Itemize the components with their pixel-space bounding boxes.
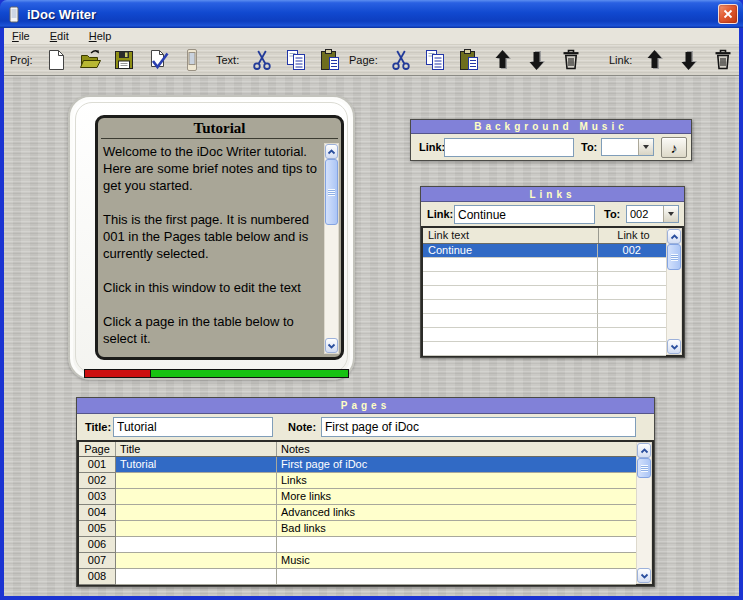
menu-file[interactable]: File — [12, 30, 30, 42]
links-scrollbar[interactable] — [666, 228, 682, 355]
link-to-value: 002 — [627, 206, 663, 222]
toolbar-group-project: Proj: — [10, 45, 205, 75]
cut-page-icon[interactable] — [388, 47, 414, 73]
menu-edit[interactable]: Edit — [50, 30, 69, 42]
scroll-up-button[interactable] — [637, 443, 651, 458]
page-note-label: Note: — [288, 421, 316, 433]
table-row[interactable]: 008 — [79, 569, 636, 585]
table-row[interactable]: 004 Advanced links — [79, 505, 636, 521]
page-title-input[interactable] — [113, 417, 273, 437]
music-link-label: Link: — [419, 141, 445, 153]
copy-text-icon[interactable] — [283, 47, 309, 73]
open-project-icon[interactable] — [77, 47, 103, 73]
move-page-down-icon[interactable] — [524, 47, 550, 73]
page-note-input[interactable] — [321, 417, 636, 437]
link-text-input[interactable] — [454, 205, 595, 224]
page-title-cell: Tutorial — [116, 457, 277, 473]
table-row[interactable] — [423, 272, 666, 286]
move-link-up-icon[interactable] — [642, 47, 668, 73]
close-button[interactable] — [718, 4, 738, 24]
pages-header: Pages — [77, 398, 654, 414]
table-row[interactable] — [423, 286, 666, 300]
table-row[interactable]: 005 Bad links — [79, 521, 636, 537]
table-row[interactable]: 006 — [79, 537, 636, 553]
move-page-up-icon[interactable] — [490, 47, 516, 73]
pages-table-header: Page Title Notes — [79, 442, 652, 457]
music-note-icon: ♪ — [671, 140, 678, 156]
menu-help[interactable]: Help — [89, 30, 112, 42]
table-row[interactable] — [423, 328, 666, 342]
link-to-dropdown[interactable]: 002 — [626, 205, 679, 223]
text-group-label: Text: — [216, 54, 239, 66]
page-number-cell: 008 — [79, 569, 116, 585]
scrollbar-thumb[interactable] — [325, 159, 338, 225]
scroll-down-button[interactable] — [325, 338, 338, 353]
new-document-icon[interactable] — [43, 47, 69, 73]
music-to-value — [602, 139, 638, 155]
paste-text-icon[interactable] — [317, 47, 343, 73]
page-number-cell: 004 — [79, 505, 116, 521]
thumb-ridges — [328, 189, 335, 196]
page-title-cell — [116, 569, 277, 585]
links-panel: Links Link: To: 002 Link text Link to Co… — [420, 186, 685, 358]
link-to-label: To: — [604, 208, 620, 220]
music-link-input[interactable] — [444, 138, 574, 157]
cut-text-icon[interactable] — [249, 47, 275, 73]
pages-scrollbar[interactable] — [636, 442, 652, 584]
music-to-dropdown[interactable] — [601, 138, 654, 156]
device-preview-icon[interactable] — [179, 47, 205, 73]
scroll-down-button[interactable] — [667, 339, 681, 354]
scrollbar-thumb[interactable] — [637, 458, 651, 478]
table-row[interactable]: 001 Tutorial First page of iDoc — [79, 457, 636, 473]
scrollbar-track[interactable] — [667, 244, 681, 339]
scroll-down-button[interactable] — [637, 568, 651, 583]
table-row[interactable] — [423, 300, 666, 314]
table-row[interactable]: 007 Music — [79, 553, 636, 569]
page-notes-cell — [277, 537, 636, 553]
chevron-down-icon — [670, 344, 679, 350]
menubar: File Edit Help — [4, 28, 739, 45]
table-row[interactable]: 003 More links — [79, 489, 636, 505]
background-music-panel: Background Music Link: To: ♪ — [410, 119, 692, 161]
thumb-ridges — [641, 465, 648, 472]
preview-scrollbar[interactable] — [324, 143, 339, 354]
table-row[interactable] — [423, 314, 666, 328]
scrollbar-track[interactable] — [325, 159, 338, 338]
close-icon — [723, 9, 733, 19]
table-row[interactable]: Continue 002 — [423, 244, 666, 258]
page-notes-cell: More links — [277, 489, 636, 505]
thumb-ridges — [671, 254, 678, 261]
column-header-page: Page — [79, 442, 116, 456]
play-music-button[interactable]: ♪ — [661, 137, 687, 158]
delete-page-icon[interactable] — [558, 47, 584, 73]
preview-screen[interactable]: Tutorial Welcome to the iDoc Writer tuto… — [95, 115, 344, 360]
project-group-label: Proj: — [10, 54, 33, 66]
app-window: iDoc Writer File Edit Help Proj: — [0, 0, 743, 600]
delete-link-icon[interactable] — [710, 47, 736, 73]
table-row[interactable] — [423, 342, 666, 356]
scroll-up-button[interactable] — [667, 229, 681, 244]
page-title-cell — [116, 521, 277, 537]
preview-paragraph: Welcome to the iDoc Writer tutorial. Her… — [103, 143, 320, 194]
validate-project-icon[interactable] — [145, 47, 171, 73]
dropdown-arrow-icon — [643, 145, 649, 149]
preview-paragraph: Click in this window to edit the text — [103, 279, 320, 296]
scrollbar-thumb[interactable] — [667, 244, 681, 270]
dropdown-button[interactable] — [663, 206, 678, 222]
toolbar-group-link: Link: — [609, 45, 736, 75]
page-number-cell: 007 — [79, 553, 116, 569]
table-row[interactable] — [423, 258, 666, 272]
move-link-down-icon[interactable] — [676, 47, 702, 73]
progress-bar — [84, 369, 349, 378]
copy-page-icon[interactable] — [422, 47, 448, 73]
paste-page-icon[interactable] — [456, 47, 482, 73]
page-title-cell — [116, 505, 277, 521]
scrollbar-track[interactable] — [637, 458, 651, 568]
dropdown-button[interactable] — [638, 139, 653, 155]
table-row[interactable]: 002 Links — [79, 473, 636, 489]
save-project-icon[interactable] — [111, 47, 137, 73]
music-to-label: To: — [581, 141, 597, 153]
preview-text-editor[interactable]: Welcome to the iDoc Writer tutorial. Her… — [98, 139, 341, 347]
scroll-up-button[interactable] — [325, 144, 338, 159]
link-text-label: Link: — [427, 208, 453, 220]
